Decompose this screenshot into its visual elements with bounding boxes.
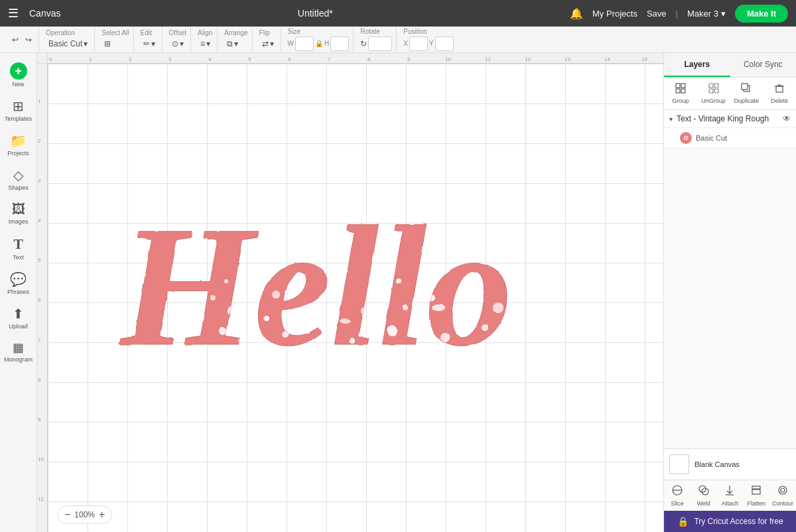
hello-main-text: Hello: [117, 190, 513, 381]
svg-rect-44: [714, 89, 718, 93]
blank-canvas-item[interactable]: Blank Canvas: [669, 454, 791, 474]
svg-rect-39: [676, 89, 680, 93]
sidebar-item-phrases[interactable]: 💬 Phrases: [2, 267, 35, 299]
sidebar-item-projects[interactable]: 📁 Projects: [2, 129, 35, 161]
size-height-input[interactable]: [330, 36, 349, 51]
offset-button[interactable]: ⊙ ▾: [169, 38, 187, 50]
shapes-icon: ◇: [13, 167, 23, 183]
svg-point-59: [779, 486, 787, 494]
notification-bell-icon[interactable]: 🔔: [570, 7, 583, 20]
slice-tool[interactable]: Slice: [664, 480, 691, 511]
rotate-input[interactable]: [368, 36, 392, 51]
images-icon: 🖼: [12, 202, 25, 217]
projects-icon: 📁: [10, 133, 27, 149]
make-it-button[interactable]: Make It: [735, 5, 788, 23]
flatten-tool[interactable]: Flatten: [743, 480, 769, 511]
arrange-group: Arrange ⧉ ▾: [220, 27, 253, 52]
machine-selector[interactable]: Maker 3 ▾: [687, 9, 726, 19]
size-group: Size W 🔒 H: [284, 27, 354, 52]
svg-point-25: [521, 294, 529, 302]
sidebar-images-label: Images: [9, 218, 29, 225]
menu-icon[interactable]: ☰: [8, 6, 19, 21]
ruler-tick-9: 9: [407, 56, 410, 62]
sidebar-phrases-label: Phrases: [7, 289, 29, 295]
size-width-input[interactable]: [295, 36, 314, 51]
hello-text-element[interactable]: Hello Hello: [100, 178, 598, 391]
save-button[interactable]: Save: [647, 9, 667, 19]
canvas-area[interactable]: 0 1 2 3 4 5 6 7 8 9 10 11 12 13 14 15 1 …: [37, 53, 663, 532]
sidebar-item-shapes[interactable]: ◇ Shapes: [2, 163, 35, 195]
weld-icon: [698, 484, 710, 499]
text-icon: T: [13, 235, 23, 253]
svg-point-10: [322, 321, 329, 328]
sidebar-item-new[interactable]: + New: [2, 58, 35, 92]
ruler-tick-7: 7: [328, 56, 330, 62]
align-button[interactable]: ≡ ▾: [198, 38, 213, 50]
layer-visibility-icon[interactable]: 👁: [783, 114, 791, 123]
zoom-out-button[interactable]: −: [64, 509, 70, 521]
edit-icon: ✏: [143, 39, 150, 48]
ruler-tick-4: 4: [208, 56, 211, 62]
toolbar: ↩ ↪ Operation Basic Cut ▾ Select All ⊞ E…: [0, 27, 796, 53]
ruler-vtick-6: 6: [38, 297, 40, 303]
arrange-chevron-icon: ▾: [234, 39, 238, 48]
svg-rect-38: [681, 84, 685, 88]
left-sidebar: + New ⊞ Templates 📁 Projects ◇ Shapes 🖼 …: [0, 53, 37, 532]
ruler-tick-1: 1: [89, 56, 92, 62]
sidebar-item-templates[interactable]: ⊞ Templates: [2, 94, 35, 126]
layer-chevron-icon[interactable]: ▾: [669, 115, 673, 123]
arrange-label: Arrange: [224, 30, 248, 36]
sidebar-item-upload[interactable]: ⬆ Upload: [2, 302, 35, 334]
undo-button[interactable]: ↩: [9, 34, 21, 46]
position-y-input[interactable]: [435, 36, 454, 51]
canvas-content[interactable]: Hello Hello: [48, 64, 663, 532]
contour-tool[interactable]: Contour: [769, 480, 796, 511]
my-projects-link[interactable]: My Projects: [592, 9, 637, 19]
align-group: Align ≡ ▾: [194, 27, 218, 52]
size-lock-icon[interactable]: 🔒: [315, 40, 323, 47]
position-x-label: X: [403, 40, 408, 47]
tab-layers[interactable]: Layers: [664, 53, 730, 77]
tab-color-sync[interactable]: Color Sync: [730, 53, 797, 77]
svg-point-4: [210, 295, 216, 300]
position-x-input[interactable]: [409, 36, 428, 51]
arrange-button[interactable]: ⧉ ▾: [224, 38, 248, 50]
svg-point-60: [781, 488, 785, 492]
attach-icon: [724, 484, 736, 499]
svg-point-35: [432, 304, 445, 311]
redo-button[interactable]: ↪: [23, 34, 34, 46]
sidebar-item-monogram[interactable]: ▦ Monogram: [2, 336, 35, 367]
align-chevron-icon: ▾: [206, 39, 210, 48]
rotate-group: Rotate ↻: [356, 27, 397, 52]
undo-icon: ↩: [12, 35, 19, 44]
svg-point-33: [239, 304, 253, 311]
sidebar-item-images[interactable]: 🖼 Images: [2, 198, 35, 229]
attach-label: Attach: [722, 500, 739, 507]
svg-point-8: [283, 331, 289, 338]
slice-icon: [671, 484, 683, 499]
delete-action[interactable]: Delete: [763, 80, 796, 107]
group-action[interactable]: Group: [664, 80, 697, 107]
select-all-button[interactable]: ⊞: [101, 38, 129, 50]
try-cricut-bar[interactable]: 🔒 Try Cricut Access for free: [664, 511, 796, 532]
weld-tool[interactable]: Weld: [691, 480, 717, 511]
svg-point-2: [249, 288, 256, 295]
top-bar: ☰ Canvas Untitled* 🔔 My Projects Save | …: [0, 0, 796, 27]
layer-item-text-vintage[interactable]: ▾ Text - Vintage King Rough 👁: [664, 110, 796, 128]
flip-button[interactable]: ⇄ ▾: [259, 38, 277, 50]
sidebar-item-text[interactable]: T Text: [2, 232, 35, 265]
ungroup-action[interactable]: UnGroup: [697, 80, 730, 107]
svg-point-12: [350, 338, 355, 344]
svg-point-20: [456, 308, 461, 314]
operation-selector[interactable]: Basic Cut ▾: [46, 38, 90, 50]
flatten-label: Flatten: [748, 500, 766, 507]
layer-sub-item-basic-cut[interactable]: H Basic Cut: [664, 128, 796, 149]
undo-redo-group: ↩ ↪: [5, 27, 39, 52]
zoom-in-button[interactable]: +: [99, 509, 105, 521]
edit-button[interactable]: ✏ ▾: [141, 38, 158, 50]
select-all-label: Select All: [101, 30, 129, 36]
attach-tool[interactable]: Attach: [717, 480, 744, 511]
layer-name-text-vintage: Text - Vintage King Rough: [677, 114, 779, 123]
duplicate-action[interactable]: Duplicate: [730, 80, 763, 107]
project-name[interactable]: Untitled*: [298, 8, 333, 19]
